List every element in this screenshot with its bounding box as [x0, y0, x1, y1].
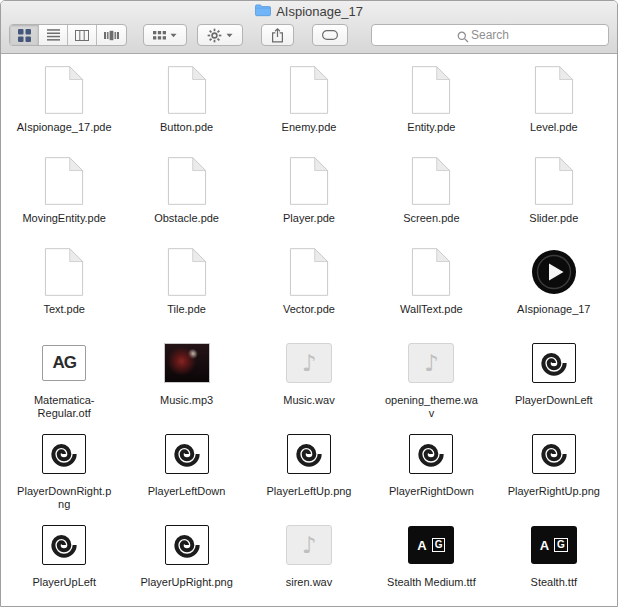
coverflow-view-icon [104, 30, 119, 41]
file-item[interactable]: ♪opening_theme.wav [370, 331, 492, 422]
file-item[interactable]: Vector.pde [248, 240, 370, 331]
window-title: AIspionage_17 [276, 4, 363, 19]
sprite-image-icon [42, 425, 86, 483]
font-ttf-icon: AG [408, 516, 454, 574]
album-art-icon [164, 334, 210, 392]
document-icon [44, 152, 84, 210]
file-label: AIspionage_17 [517, 303, 590, 316]
file-label: Screen.pde [403, 212, 459, 225]
chevron-down-icon [226, 33, 233, 38]
file-label: opening_theme.wav [382, 394, 480, 420]
gear-icon [207, 28, 222, 43]
file-item[interactable]: Screen.pde [370, 149, 492, 240]
file-item[interactable]: Text.pde [3, 240, 125, 331]
file-item[interactable]: PlayerRightDown [370, 422, 492, 513]
file-item[interactable]: PlayerDownLeft [493, 331, 615, 422]
file-item[interactable]: PlayerDownRight.png [3, 422, 125, 513]
file-label: PlayerLeftUp.png [266, 485, 351, 498]
sprite-image-icon [532, 425, 576, 483]
file-label: Text.pde [43, 303, 85, 316]
file-label: Stealth Medium.ttf [387, 576, 476, 589]
document-icon [534, 61, 574, 119]
file-label: Matematica-Regular.otf [15, 394, 113, 420]
file-grid[interactable]: AIspionage_17.pde Button.pde Enemy.pde E… [1, 54, 617, 606]
file-label: Slider.pde [529, 212, 578, 225]
file-item[interactable]: Music.mp3 [125, 331, 247, 422]
file-label: PlayerRightDown [389, 485, 474, 498]
coverflow-view-button[interactable] [97, 25, 126, 45]
file-label: Tile.pde [167, 303, 206, 316]
sprite-image-icon [532, 334, 576, 392]
file-item[interactable]: AIspionage_17 [493, 240, 615, 331]
file-item[interactable]: Enemy.pde [248, 58, 370, 149]
arrange-grid-icon [153, 31, 166, 40]
sprite-image-icon [165, 516, 209, 574]
document-icon [534, 152, 574, 210]
audio-note-icon: ♪ [286, 516, 332, 574]
tags-button[interactable] [312, 24, 348, 46]
file-item[interactable]: PlayerUpLeft [3, 513, 125, 604]
font-ttf-icon: AG [531, 516, 577, 574]
titlebar[interactable]: AIspionage_17 [1, 1, 617, 22]
document-icon [167, 61, 207, 119]
font-otf-icon: AG [42, 334, 86, 392]
file-label: Music.wav [283, 394, 334, 407]
file-label: Entity.pde [407, 121, 455, 134]
file-item[interactable]: AGStealth.ttf [493, 513, 615, 604]
file-item[interactable]: PlayerLeftDown [125, 422, 247, 513]
app-play-icon [531, 243, 577, 301]
file-label: Player.pde [283, 212, 335, 225]
file-item[interactable]: Button.pde [125, 58, 247, 149]
grid-view-icon [18, 29, 31, 42]
file-item[interactable]: Obstacle.pde [125, 149, 247, 240]
file-item[interactable]: PlayerRightUp.png [493, 422, 615, 513]
sprite-image-icon [287, 425, 331, 483]
icon-view-button[interactable] [10, 25, 39, 45]
file-label: WallText.pde [400, 303, 463, 316]
column-view-button[interactable] [68, 25, 97, 45]
file-label: PlayerDownRight.png [15, 485, 113, 511]
file-label: Stealth.ttf [531, 576, 577, 589]
file-item[interactable]: AIspionage_17.pde [3, 58, 125, 149]
tag-icon [322, 30, 338, 40]
file-label: PlayerRightUp.png [508, 485, 600, 498]
file-item[interactable]: MovingEntity.pde [3, 149, 125, 240]
file-item[interactable]: Tile.pde [125, 240, 247, 331]
file-item[interactable]: ♪Music.wav [248, 331, 370, 422]
file-item[interactable]: PlayerLeftUp.png [248, 422, 370, 513]
audio-note-icon: ♪ [286, 334, 332, 392]
file-item[interactable]: Player.pde [248, 149, 370, 240]
file-item[interactable]: PlayerUpRight.png [125, 513, 247, 604]
arrange-button[interactable] [143, 24, 187, 46]
list-view-button[interactable] [39, 25, 68, 45]
audio-note-icon: ♪ [408, 334, 454, 392]
file-label: PlayerLeftDown [148, 485, 226, 498]
document-icon [167, 243, 207, 301]
file-item[interactable]: ♪siren.wav [248, 513, 370, 604]
file-label: Level.pde [530, 121, 578, 134]
file-item[interactable]: Slider.pde [493, 149, 615, 240]
share-button[interactable] [261, 24, 294, 46]
document-icon [411, 61, 451, 119]
file-item[interactable]: AGStealth Medium.ttf [370, 513, 492, 604]
file-item[interactable]: Entity.pde [370, 58, 492, 149]
search-input[interactable] [371, 24, 609, 46]
list-view-icon [47, 29, 60, 41]
file-item[interactable]: AGMatematica-Regular.otf [3, 331, 125, 422]
document-icon [411, 243, 451, 301]
file-item[interactable]: WallText.pde [370, 240, 492, 331]
file-label: AIspionage_17.pde [17, 121, 112, 134]
file-label: PlayerUpLeft [32, 576, 96, 589]
file-label: Button.pde [160, 121, 213, 134]
file-label: siren.wav [286, 576, 332, 589]
document-icon [44, 243, 84, 301]
document-icon [411, 152, 451, 210]
file-label: Enemy.pde [282, 121, 337, 134]
share-icon [271, 28, 284, 43]
document-icon [289, 152, 329, 210]
chevron-down-icon [170, 33, 177, 38]
file-item[interactable]: Level.pde [493, 58, 615, 149]
search-field-wrap [371, 24, 609, 46]
action-button[interactable] [197, 24, 243, 46]
file-label: PlayerUpRight.png [140, 576, 232, 589]
